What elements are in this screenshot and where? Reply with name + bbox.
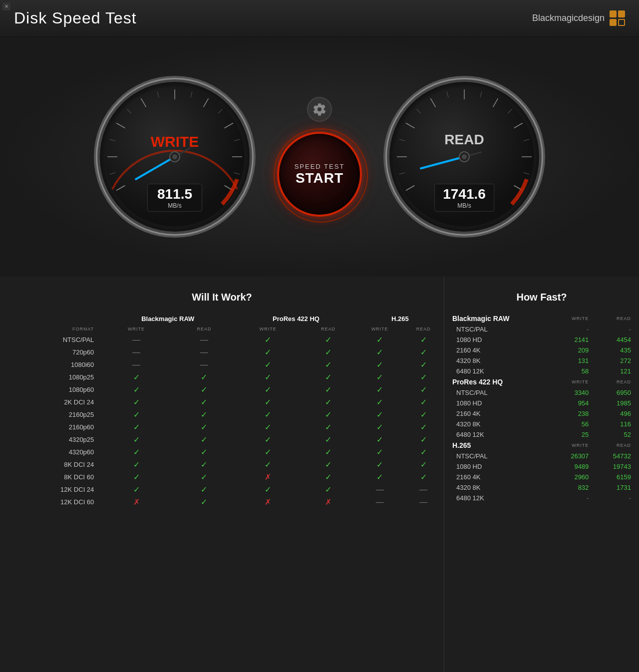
list-item: 4320 8K8321731: [444, 482, 639, 493]
table-row: 2160p25✓✓✓✓✓✓: [0, 408, 444, 421]
check-cell: —: [403, 483, 444, 496]
hf-format-label: 6480 12K: [444, 366, 555, 376]
check-cell: ✓: [356, 383, 403, 396]
svg-text:WRITE: WRITE: [151, 133, 199, 150]
codec-section-header: Blackmagic RAW WRITE READ: [444, 313, 639, 324]
check-cell: ✓: [356, 371, 403, 383]
check-cell: ✓: [403, 383, 444, 396]
settings-button[interactable]: [307, 97, 332, 122]
check-cell: ✓: [300, 458, 356, 471]
check-cell: ✓: [236, 358, 300, 371]
format-label-cell: 1080i60: [0, 358, 100, 371]
format-label-cell: 720p60: [0, 346, 100, 358]
check-cell: —: [173, 358, 236, 371]
table-row: 8K DCI 24✓✓✓✓✓✓: [0, 458, 444, 471]
check-cell: ✓: [300, 433, 356, 446]
codec-label: H.265: [444, 440, 555, 451]
hf-read-value: 435: [597, 345, 639, 355]
hf-write-value: -: [555, 493, 597, 503]
hf-format-label: 1080 HD: [444, 398, 555, 408]
check-cell: ✓: [100, 383, 172, 396]
hf-format-label: 2160 4K: [444, 472, 555, 482]
check-cell: ✓: [356, 358, 403, 371]
format-label-cell: 1080p60: [0, 383, 100, 396]
format-label-cell: 1080p25: [0, 371, 100, 383]
check-cell: ✓: [300, 334, 356, 346]
format-label-cell: 2K DCI 24: [0, 396, 100, 408]
how-fast-table: Blackmagic RAW WRITE READ NTSC/PAL--1080…: [444, 313, 639, 503]
check-cell: ✓: [300, 408, 356, 421]
bmraw-write-header: WRITE: [100, 325, 172, 334]
hf-format-label: NTSC/PAL: [444, 387, 555, 398]
check-cell: ✓: [403, 446, 444, 458]
hf-read-value: 19743: [597, 461, 639, 472]
check-cell: ✓: [100, 458, 172, 471]
read-gauge-svg: READ: [382, 74, 547, 239]
check-cell: ✓: [173, 383, 236, 396]
check-cell: ✓: [236, 433, 300, 446]
check-cell: ✓: [300, 346, 356, 358]
how-fast-title: How Fast?: [444, 287, 639, 313]
check-cell: ✓: [356, 458, 403, 471]
check-cell: ✓: [236, 346, 300, 358]
check-cell: —: [100, 334, 172, 346]
read-value: 1741.6: [443, 186, 486, 202]
write-gauge-svg: WRITE: [92, 74, 257, 239]
center-controls: SPEED TEST START: [277, 97, 362, 217]
hf-format-label: NTSC/PAL: [444, 324, 555, 335]
check-cell: ✓: [100, 396, 172, 408]
hf-format-label: 4320 8K: [444, 419, 555, 429]
how-fast-panel: How Fast? Blackmagic RAW WRITE READ NTSC…: [444, 277, 639, 672]
hf-write-value: -: [555, 324, 597, 335]
check-cell: ✗: [236, 496, 300, 508]
hf-read-value: 496: [597, 408, 639, 419]
list-item: 2160 4K238496: [444, 408, 639, 419]
check-cell: —: [356, 483, 403, 496]
close-button[interactable]: ×: [2, 2, 10, 10]
check-cell: ✓: [300, 446, 356, 458]
format-label-cell: 4320p25: [0, 433, 100, 446]
check-cell: ✓: [300, 383, 356, 396]
hf-write-value: 2141: [555, 335, 597, 345]
list-item: 6480 12K2552: [444, 429, 639, 440]
format-label-cell: 8K DCI 24: [0, 458, 100, 471]
list-item: 1080 HD948919743: [444, 461, 639, 472]
brand-logo: Blackmagicdesign: [532, 10, 625, 26]
check-cell: ✓: [403, 408, 444, 421]
hf-read-value: 116: [597, 419, 639, 429]
write-gauge: WRITE 811.5 MB/s: [87, 69, 262, 244]
start-button[interactable]: SPEED TEST START: [277, 132, 362, 217]
hf-format-label: 1080 HD: [444, 461, 555, 472]
gauges-section: WRITE 811.5 MB/s SPEED TES: [0, 37, 639, 277]
hf-format-label: 2160 4K: [444, 345, 555, 355]
hf-format-label: 2160 4K: [444, 408, 555, 419]
table-row: 1080p60✓✓✓✓✓✓: [0, 383, 444, 396]
format-label-cell: 12K DCI 24: [0, 483, 100, 496]
write-unit: MB/s: [156, 202, 194, 209]
check-cell: ✓: [403, 358, 444, 371]
read-gauge: READ 1741.6 MB/s: [377, 69, 552, 244]
hf-write-value: 58: [555, 366, 597, 376]
hf-write-value: 56: [555, 419, 597, 429]
check-cell: ✓: [356, 446, 403, 458]
check-cell: ✓: [173, 421, 236, 433]
hf-write-value: 954: [555, 398, 597, 408]
check-cell: ✓: [403, 396, 444, 408]
hf-format-label: 6480 12K: [444, 493, 555, 503]
hf-read-value: 272: [597, 355, 639, 366]
codec-headers-row: Blackmagic RAW ProRes 422 HQ H.265: [0, 313, 444, 325]
start-label-small: SPEED TEST: [295, 163, 345, 170]
format-col-header: [0, 313, 100, 325]
check-cell: ✓: [236, 446, 300, 458]
start-label-big: START: [296, 170, 343, 186]
format-label-header: FORMAT: [0, 325, 100, 334]
check-cell: ✗: [300, 496, 356, 508]
prores-read-header: READ: [300, 325, 356, 334]
hf-write-value: 2960: [555, 472, 597, 482]
check-cell: ✓: [236, 396, 300, 408]
list-item: 2160 4K209435: [444, 345, 639, 355]
list-item: NTSC/PAL33406950: [444, 387, 639, 398]
table-row: 720p60——✓✓✓✓: [0, 346, 444, 358]
gear-icon: [313, 102, 326, 116]
codec-header-bmraw: Blackmagic RAW: [100, 313, 236, 325]
